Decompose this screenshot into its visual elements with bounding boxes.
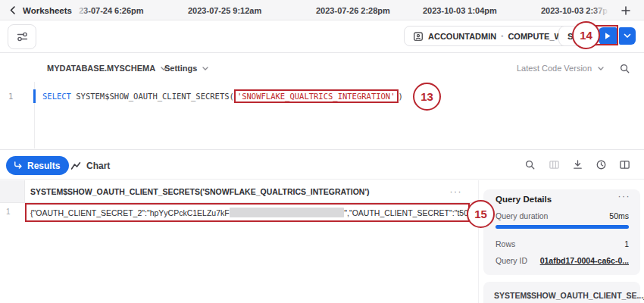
plus-icon [621, 6, 630, 15]
results-columns-button[interactable] [548, 158, 561, 171]
table-corner-cell [0, 180, 25, 203]
query-duration-value: 50ms [609, 211, 629, 220]
worksheet-tab[interactable]: 23-07-24 6:26pm [79, 0, 144, 20]
context-separator: • [501, 33, 503, 40]
query-details-card: Query Details ··· Query duration 50ms Ro… [483, 189, 640, 275]
role-badge-icon [413, 31, 424, 42]
chart-tab-label: Chart [86, 161, 110, 171]
back-label: Worksheets [23, 6, 72, 15]
sql-function: SYSTEM$SHOW_OAUTH_CLIENT_SECRETS( [76, 92, 234, 101]
chevron-down-icon [624, 33, 631, 39]
settings-menu[interactable]: Settings [164, 64, 208, 73]
chart-line-icon [70, 161, 81, 170]
query-id-link[interactable]: 01afbd17-0004-ca6c-0... [540, 256, 629, 265]
schema-label: MYDATABASE.MYSCHEMA [47, 64, 155, 73]
sql-editor: MYDATABASE.MYSCHEMA Settings Latest Code… [0, 53, 644, 149]
caret-down-icon [598, 67, 604, 70]
rows-label: Rows [496, 239, 515, 248]
column-header-label: SYSTEM$SHOW_OAUTH_CLIENT_SECRETS('SNOWFL… [30, 187, 369, 196]
editor-search-button[interactable] [618, 62, 631, 75]
query-duration-label: Query duration [496, 211, 548, 220]
results-panel-divider [478, 180, 479, 303]
run-options-button[interactable] [619, 27, 636, 45]
share-label: Share [567, 32, 592, 41]
sql-string-highlighted: 'SNOWFLAKE_QUALTRICS_INTEGRATION' [234, 89, 399, 103]
back-to-worksheets-button[interactable]: Worksheets [9, 0, 72, 20]
result-row-highlighted[interactable]: {"OAUTH_CLIENT_SECRET_2":"hpYyCPckC1ELZu… [25, 203, 470, 222]
results-toolbar: Results Chart [0, 149, 644, 180]
play-icon [604, 32, 611, 40]
row-number: 1 [6, 208, 11, 216]
caret-down-icon [202, 67, 208, 70]
code-version-selector[interactable]: Latest Code Version [517, 64, 604, 73]
new-worksheet-button[interactable] [618, 3, 633, 18]
download-icon [572, 159, 583, 170]
results-search-button[interactable] [524, 158, 536, 171]
worksheet-action-bar: ACCOUNTADMIN • COMPUTE_WH Share [0, 20, 644, 53]
redacted-secret-value [230, 208, 345, 217]
secret-json-suffix: ","OAUTH_CLIENT_SECRET":"t50 [344, 208, 468, 217]
query-duration-bar [496, 225, 629, 229]
clock-icon [596, 159, 607, 170]
result-column-name: SYSTEM$SHOW_OAUTH_CLIENT_SE... [494, 291, 643, 300]
chevron-left-icon [9, 6, 16, 14]
run-query-button[interactable] [599, 27, 617, 45]
editor-cursor [33, 89, 36, 103]
worksheet-tab[interactable]: 2023-10-03 2:37pm [541, 0, 615, 20]
results-download-button[interactable] [571, 158, 584, 171]
results-history-button[interactable] [595, 158, 608, 171]
search-icon [619, 63, 630, 74]
query-details-menu-button[interactable]: ··· [618, 191, 631, 201]
tab-results[interactable]: Results [6, 156, 69, 175]
columns-icon [549, 159, 560, 170]
worksheet-tab-bar: Worksheets 23-07-24 6:26pm 2023-07-25 9:… [0, 0, 644, 20]
sql-keyword: SELECT [42, 92, 71, 101]
code-version-label: Latest Code Version [517, 64, 592, 73]
column-menu-button[interactable]: ··· [450, 180, 463, 203]
line-number: 1 [8, 92, 13, 101]
search-icon [524, 159, 536, 170]
worksheet-tab[interactable]: 2023-07-25 9:12am [188, 0, 261, 20]
results-arrow-icon [13, 161, 23, 170]
split-panel-icon [619, 159, 630, 170]
schema-selector[interactable]: MYDATABASE.MYSCHEMA [47, 64, 167, 73]
sliders-icon [16, 31, 29, 42]
share-button[interactable]: Share [558, 26, 601, 46]
worksheet-tab[interactable]: 2023-10-03 1:04pm [423, 0, 497, 20]
results-panel-layout-button[interactable] [618, 158, 631, 171]
sql-close-paren: ) [399, 92, 403, 101]
sql-statement[interactable]: SELECT SYSTEM$SHOW_OAUTH_CLIENT_SECRETS(… [42, 92, 403, 101]
settings-label: Settings [164, 64, 197, 73]
table-column-header[interactable]: SYSTEM$SHOW_OAUTH_CLIENT_SECRETS('SNOWFL… [25, 180, 479, 203]
query-id-label: Query ID [496, 256, 527, 265]
results-tab-label: Results [27, 161, 60, 171]
worksheet-tab[interactable]: 2023-07-26 2:28pm [316, 0, 390, 20]
result-column-card: SYSTEM$SHOW_OAUTH_CLIENT_SE... A [483, 282, 640, 303]
tab-chart[interactable]: Chart [70, 156, 110, 175]
worksheet-filters-button[interactable] [8, 24, 36, 49]
rows-value: 1 [624, 239, 629, 248]
snowsight-worksheet-window: Worksheets 23-07-24 6:26pm 2023-07-25 9:… [0, 0, 644, 303]
query-details-title: Query Details [496, 195, 552, 204]
secret-json-prefix: {"OAUTH_CLIENT_SECRET_2":"hpYyCPckC1ELZu… [30, 208, 230, 217]
role-label: ACCOUNTADMIN [428, 32, 496, 41]
session-context-selector[interactable]: ACCOUNTADMIN • COMPUTE_WH [404, 26, 577, 46]
